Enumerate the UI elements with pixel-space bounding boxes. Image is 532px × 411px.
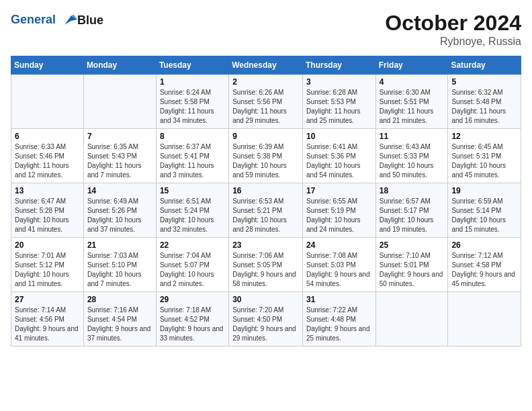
calendar-cell: 14Sunrise: 6:49 AMSunset: 5:26 PMDayligh… — [83, 183, 156, 238]
calendar-week-row: 27Sunrise: 7:14 AMSunset: 4:56 PMDayligh… — [11, 292, 521, 347]
day-number: 13 — [15, 186, 80, 195]
day-info: Sunrise: 7:01 AMSunset: 5:12 PMDaylight:… — [15, 251, 80, 289]
day-info: Sunrise: 6:49 AMSunset: 5:26 PMDaylight:… — [87, 197, 152, 234]
day-number: 10 — [306, 132, 372, 141]
day-number: 26 — [451, 240, 517, 250]
day-info: Sunrise: 6:37 AMSunset: 5:41 PMDaylight:… — [160, 142, 225, 180]
calendar-cell: 24Sunrise: 7:08 AMSunset: 5:03 PMDayligh… — [302, 238, 375, 292]
day-number: 11 — [380, 132, 445, 141]
day-number: 7 — [87, 132, 152, 141]
calendar-cell: 16Sunrise: 6:53 AMSunset: 5:21 PMDayligh… — [229, 183, 303, 238]
calendar-cell: 7Sunrise: 6:35 AMSunset: 5:43 PMDaylight… — [83, 129, 156, 183]
calendar-table: SundayMondayTuesdayWednesdayThursdayFrid… — [11, 56, 521, 347]
day-number: 30 — [232, 295, 299, 304]
calendar-cell: 22Sunrise: 7:04 AMSunset: 5:07 PMDayligh… — [156, 238, 228, 292]
calendar-week-row: 1Sunrise: 6:24 AMSunset: 5:58 PMDaylight… — [11, 75, 521, 129]
day-info: Sunrise: 6:45 AMSunset: 5:31 PMDaylight:… — [451, 142, 517, 180]
logo: General Blue — [11, 11, 103, 30]
calendar-cell: 4Sunrise: 6:30 AMSunset: 5:51 PMDaylight… — [375, 75, 448, 129]
day-info: Sunrise: 6:55 AMSunset: 5:19 PMDaylight:… — [306, 197, 372, 234]
day-number: 8 — [160, 132, 225, 141]
calendar-week-row: 20Sunrise: 7:01 AMSunset: 5:12 PMDayligh… — [11, 238, 521, 292]
calendar-cell: 26Sunrise: 7:12 AMSunset: 4:58 PMDayligh… — [448, 238, 521, 292]
day-number: 6 — [15, 132, 80, 141]
day-info: Sunrise: 6:33 AMSunset: 5:46 PMDaylight:… — [15, 142, 80, 180]
calendar-cell: 29Sunrise: 7:18 AMSunset: 4:52 PMDayligh… — [156, 292, 228, 347]
day-number: 9 — [232, 132, 299, 141]
day-info: Sunrise: 6:39 AMSunset: 5:38 PMDaylight:… — [232, 142, 299, 180]
day-header-monday: Monday — [83, 56, 156, 75]
calendar-cell: 10Sunrise: 6:41 AMSunset: 5:36 PMDayligh… — [302, 129, 375, 183]
calendar-cell — [83, 75, 156, 129]
calendar-cell: 2Sunrise: 6:26 AMSunset: 5:56 PMDaylight… — [229, 75, 303, 129]
day-number: 1 — [160, 77, 225, 87]
day-info: Sunrise: 7:03 AMSunset: 5:10 PMDaylight:… — [87, 251, 152, 289]
calendar-cell: 3Sunrise: 6:28 AMSunset: 5:53 PMDaylight… — [302, 75, 375, 129]
location: Rybnoye, Russia — [385, 36, 521, 48]
day-number: 3 — [306, 77, 372, 87]
calendar-cell: 23Sunrise: 7:06 AMSunset: 5:05 PMDayligh… — [229, 238, 303, 292]
calendar-cell: 6Sunrise: 6:33 AMSunset: 5:46 PMDaylight… — [11, 129, 84, 183]
calendar-cell: 5Sunrise: 6:32 AMSunset: 5:48 PMDaylight… — [448, 75, 521, 129]
calendar-cell: 18Sunrise: 6:57 AMSunset: 5:17 PMDayligh… — [375, 183, 448, 238]
logo-blue-text: Blue — [77, 13, 103, 28]
day-info: Sunrise: 7:14 AMSunset: 4:56 PMDaylight:… — [15, 306, 80, 343]
calendar-cell: 12Sunrise: 6:45 AMSunset: 5:31 PMDayligh… — [448, 129, 521, 183]
logo-bird-icon — [60, 11, 79, 30]
calendar-week-row: 13Sunrise: 6:47 AMSunset: 5:28 PMDayligh… — [11, 183, 521, 238]
day-number: 14 — [87, 186, 152, 195]
day-info: Sunrise: 7:20 AMSunset: 4:50 PMDaylight:… — [232, 306, 299, 343]
day-info: Sunrise: 6:59 AMSunset: 5:14 PMDaylight:… — [451, 197, 517, 234]
day-header-friday: Friday — [375, 56, 448, 75]
calendar-body: 1Sunrise: 6:24 AMSunset: 5:58 PMDaylight… — [11, 75, 521, 347]
day-number: 2 — [232, 77, 299, 87]
day-header-saturday: Saturday — [448, 56, 521, 75]
day-number: 4 — [380, 77, 445, 87]
day-info: Sunrise: 6:53 AMSunset: 5:21 PMDaylight:… — [232, 197, 299, 234]
day-info: Sunrise: 6:57 AMSunset: 5:17 PMDaylight:… — [380, 197, 445, 234]
calendar-cell: 25Sunrise: 7:10 AMSunset: 5:01 PMDayligh… — [375, 238, 448, 292]
title-block: October 2024 Rybnoye, Russia — [385, 11, 521, 48]
day-number: 28 — [87, 295, 152, 304]
calendar-cell: 19Sunrise: 6:59 AMSunset: 5:14 PMDayligh… — [448, 183, 521, 238]
day-info: Sunrise: 6:28 AMSunset: 5:53 PMDaylight:… — [306, 88, 372, 126]
day-number: 27 — [15, 295, 80, 304]
day-info: Sunrise: 6:47 AMSunset: 5:28 PMDaylight:… — [15, 197, 80, 234]
day-info: Sunrise: 6:26 AMSunset: 5:56 PMDaylight:… — [232, 88, 299, 126]
day-info: Sunrise: 7:22 AMSunset: 4:48 PMDaylight:… — [306, 306, 372, 343]
calendar-cell: 30Sunrise: 7:20 AMSunset: 4:50 PMDayligh… — [229, 292, 303, 347]
day-info: Sunrise: 6:32 AMSunset: 5:48 PMDaylight:… — [451, 88, 517, 126]
calendar-header-row: SundayMondayTuesdayWednesdayThursdayFrid… — [11, 56, 521, 75]
day-number: 5 — [451, 77, 517, 87]
day-number: 19 — [451, 186, 517, 195]
calendar-cell: 11Sunrise: 6:43 AMSunset: 5:33 PMDayligh… — [375, 129, 448, 183]
day-info: Sunrise: 6:51 AMSunset: 5:24 PMDaylight:… — [160, 197, 225, 234]
day-number: 15 — [160, 186, 225, 195]
day-number: 21 — [87, 240, 152, 250]
day-info: Sunrise: 7:08 AMSunset: 5:03 PMDaylight:… — [306, 251, 372, 289]
day-number: 20 — [15, 240, 80, 250]
day-number: 23 — [232, 240, 299, 250]
calendar-cell: 21Sunrise: 7:03 AMSunset: 5:10 PMDayligh… — [83, 238, 156, 292]
day-number: 25 — [380, 240, 445, 250]
logo-text: General — [11, 11, 79, 30]
day-number: 17 — [306, 186, 372, 195]
calendar-cell: 8Sunrise: 6:37 AMSunset: 5:41 PMDaylight… — [156, 129, 228, 183]
calendar-cell: 27Sunrise: 7:14 AMSunset: 4:56 PMDayligh… — [11, 292, 84, 347]
day-number: 18 — [380, 186, 445, 195]
day-info: Sunrise: 7:06 AMSunset: 5:05 PMDaylight:… — [232, 251, 299, 289]
day-info: Sunrise: 6:43 AMSunset: 5:33 PMDaylight:… — [380, 142, 445, 180]
calendar-cell: 31Sunrise: 7:22 AMSunset: 4:48 PMDayligh… — [302, 292, 375, 347]
day-info: Sunrise: 6:35 AMSunset: 5:43 PMDaylight:… — [87, 142, 152, 180]
calendar-cell — [11, 75, 84, 129]
day-number: 29 — [160, 295, 225, 304]
day-info: Sunrise: 7:12 AMSunset: 4:58 PMDaylight:… — [451, 251, 517, 289]
day-number: 24 — [306, 240, 372, 250]
day-header-sunday: Sunday — [11, 56, 84, 75]
day-header-tuesday: Tuesday — [156, 56, 228, 75]
month-title: October 2024 — [385, 11, 521, 36]
day-info: Sunrise: 7:10 AMSunset: 5:01 PMDaylight:… — [380, 251, 445, 289]
day-info: Sunrise: 6:30 AMSunset: 5:51 PMDaylight:… — [380, 88, 445, 126]
day-number: 12 — [451, 132, 517, 141]
calendar-cell — [448, 292, 521, 347]
